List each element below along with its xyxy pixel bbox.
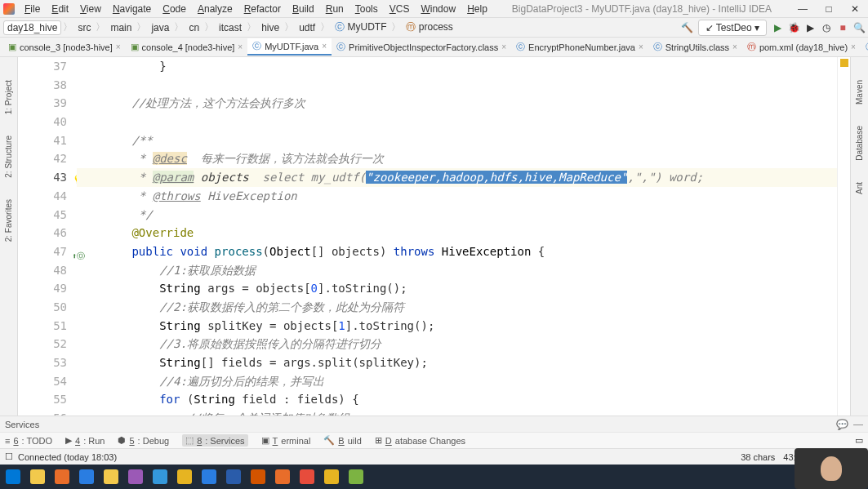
taskbar-wps[interactable] [297, 467, 317, 487]
menu-analyze[interactable]: Analyze [193, 2, 238, 16]
tab-close-icon[interactable]: × [732, 42, 737, 51]
tool-Terminal[interactable]: ▣ Terminal [261, 435, 311, 446]
line-number[interactable]: 38 [18, 76, 67, 95]
profile-button[interactable]: ◷ [821, 22, 832, 33]
tab-close-icon[interactable]: × [238, 42, 243, 51]
line-number[interactable]: 55 [18, 390, 67, 409]
tab-close-icon[interactable]: × [116, 42, 121, 51]
breadcrumb-cn[interactable]: cn [185, 20, 203, 35]
line-number[interactable]: 42 [18, 149, 67, 168]
breadcrumb-src[interactable]: src [74, 20, 94, 35]
breadcrumb-hive[interactable]: hive [258, 20, 283, 35]
line-number[interactable]: 46 [18, 224, 67, 242]
rail-Database[interactable]: Database [853, 122, 866, 164]
code-line[interactable]: String splitKey = objects[1].toString(); [77, 317, 837, 336]
tab-close-icon[interactable]: × [501, 42, 506, 51]
breadcrumb-MyUDTF[interactable]: ⓒ MyUDTF [332, 19, 389, 36]
tab-console_4-node3-hive-[interactable]: ▣ console_4 [node3-hive] × [126, 40, 248, 54]
line-number[interactable]: 44 [18, 187, 67, 206]
tab-MyUDF-java[interactable]: ⓒ MyUDF.java × [861, 39, 868, 55]
code-line[interactable]: * @throws HiveException [77, 187, 837, 206]
line-number[interactable]: 39 [18, 94, 67, 113]
menu-edit[interactable]: Edit [47, 2, 73, 16]
line-number[interactable]: 51 [18, 317, 67, 336]
menu-build[interactable]: Build [287, 2, 319, 16]
tab-close-icon[interactable]: × [851, 42, 856, 51]
line-number[interactable]: 48 [18, 261, 67, 280]
rail-1-Project[interactable]: 1: Project [2, 77, 15, 118]
taskbar-folder[interactable] [175, 467, 194, 487]
breadcrumb-process[interactable]: ⓜ process [403, 19, 456, 36]
taskbar-kde[interactable] [77, 467, 96, 487]
maximize-button[interactable]: □ [819, 2, 839, 16]
line-number[interactable]: 53 [18, 353, 67, 372]
taskbar-chrome[interactable] [28, 467, 47, 487]
tool-window-label[interactable]: Services [5, 420, 39, 429]
tab-MyUDTF-java[interactable]: ⓒ MyUDTF.java × [247, 38, 332, 56]
build-icon[interactable]: 🔨 [681, 22, 693, 33]
tab-console_3-node3-hive-[interactable]: ▣ console_3 [node3-hive] × [3, 40, 126, 54]
code-line[interactable]: //4:遍历切分后的结果，并写出 [77, 372, 837, 391]
events-icon[interactable]: 💬 [836, 419, 848, 430]
taskbar-ppt[interactable] [248, 467, 268, 487]
code-line[interactable]: String args = objects[0].toString(); [77, 279, 837, 298]
line-number[interactable]: 37 [18, 57, 67, 76]
rail-Maven[interactable]: Maven [853, 77, 866, 108]
code-line[interactable]: /** [77, 131, 837, 150]
menu-window[interactable]: Window [416, 2, 461, 16]
menu-code[interactable]: Code [158, 2, 191, 16]
code-editor[interactable]: 37383940414243💡44454647⬆Ⓞ484950515253545… [18, 57, 837, 416]
code-line[interactable]: */ [77, 206, 837, 224]
taskbar-win[interactable] [3, 467, 23, 487]
tab-close-icon[interactable]: × [639, 42, 643, 51]
menu-navigate[interactable]: Navigate [108, 2, 156, 16]
tab-close-icon[interactable]: × [322, 42, 327, 51]
taskbar-file[interactable] [101, 467, 121, 487]
tool-8-Services[interactable]: ⬚ 8: Services [182, 434, 247, 447]
taskbar-word[interactable] [224, 467, 243, 487]
menu-run[interactable]: Run [321, 2, 349, 16]
line-number[interactable]: 56 [18, 409, 67, 416]
taskbar-edge[interactable] [199, 467, 219, 487]
line-number[interactable]: 47⬆Ⓞ [18, 242, 67, 261]
breadcrumb-main[interactable]: main [107, 20, 135, 35]
tab-PrimitiveObjectInspectorFactory-class[interactable]: ⓒ PrimitiveObjectInspectorFactory.class … [332, 39, 511, 55]
minimize-button[interactable]: — [793, 2, 812, 16]
line-number[interactable]: 45 [18, 206, 67, 224]
rail-2-Structure[interactable]: 2: Structure [2, 132, 15, 181]
code-line[interactable]: @Override [77, 224, 837, 242]
analysis-indicator[interactable] [840, 59, 848, 67]
code-line[interactable] [77, 76, 837, 95]
status-cell[interactable]: 38 chars [741, 452, 775, 462]
code-line[interactable]: //3.将原始数据按照传入的分隔符进行切分 [77, 335, 837, 353]
menu-view[interactable]: View [75, 2, 106, 16]
menu-help[interactable]: Help [462, 2, 492, 16]
search-everywhere-button[interactable]: 🔍 [853, 22, 865, 33]
code-line[interactable]: //处理方法，这个方法会执行多次 [77, 94, 837, 113]
breadcrumb-udtf[interactable]: udtf [296, 20, 318, 35]
run-config-selector[interactable]: ↙ TestDeo ▾ [698, 20, 768, 36]
tab-pom-xml-day18_hive-[interactable]: ⓜ pom.xml (day18_hive) × [742, 39, 861, 55]
menu-file[interactable]: File [20, 2, 45, 16]
tool-4-Run[interactable]: ▶ 4: Run [65, 435, 105, 446]
line-number[interactable]: 49 [18, 279, 67, 298]
minimize-tool-icon[interactable]: — [853, 419, 863, 430]
line-number[interactable]: 41 [18, 131, 67, 150]
code-line[interactable] [77, 113, 837, 131]
code-line[interactable]: * @desc 每来一行数据，该方法就会执行一次 [77, 149, 837, 168]
tab-EncryptPhoneNumber-java[interactable]: ⓒ EncryptPhoneNumber.java × [511, 39, 648, 55]
code-line[interactable]: public void process(Object[] objects) th… [77, 242, 837, 261]
line-number[interactable]: 54 [18, 372, 67, 391]
tool-5-Debug[interactable]: ⬢ 5: Debug [118, 435, 169, 446]
rail-Ant[interactable]: Ant [853, 179, 866, 198]
code-line[interactable]: //2:获取数据传入的第二个参数，此处为分隔符 [77, 298, 837, 317]
taskbar-app1[interactable] [126, 467, 145, 487]
menu-vcs[interactable]: VCS [385, 2, 415, 16]
taskbar-firefox[interactable] [52, 467, 72, 487]
line-number[interactable]: 43💡 [18, 168, 67, 187]
tool-6-TODO[interactable]: ≡ 6: TODO [5, 436, 52, 446]
taskbar-video[interactable] [322, 467, 341, 487]
rail-2-Favorites[interactable]: 2: Favorites [2, 196, 15, 245]
breadcrumb-java[interactable]: java [148, 20, 172, 35]
breadcrumb-itcast[interactable]: itcast [216, 20, 245, 35]
